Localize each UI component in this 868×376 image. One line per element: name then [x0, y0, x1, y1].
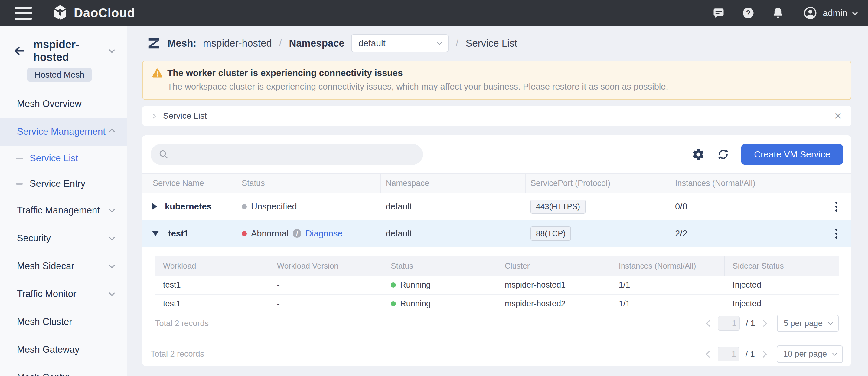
- notifications-icon[interactable]: [771, 6, 784, 20]
- chevron-right-icon[interactable]: [151, 114, 156, 118]
- sidebar-nav: Mesh Overview Service Management Service…: [0, 90, 127, 376]
- sidebar-item-service-list[interactable]: Service List: [0, 146, 127, 171]
- sidebar-item-mesh-config[interactable]: Mesh Config: [0, 364, 127, 376]
- column-cluster: Cluster: [497, 256, 611, 276]
- status-text: Running: [400, 299, 431, 309]
- chevron-up-icon: [109, 129, 115, 135]
- port-tag: 88(TCP): [530, 227, 571, 241]
- breadcrumb-separator: /: [279, 38, 282, 49]
- service-name[interactable]: kubernetes: [165, 202, 212, 212]
- column-namespace: Namespace: [381, 174, 526, 193]
- sidebar-item-traffic-management[interactable]: Traffic Management: [0, 197, 127, 224]
- service-table-header: Service Name Status Namespace ServicePor…: [142, 173, 851, 193]
- mesh-name[interactable]: mspider-hosted: [33, 38, 110, 64]
- status-text: Running: [400, 280, 431, 290]
- chevron-down-icon: [828, 320, 833, 325]
- more-actions-icon[interactable]: [834, 227, 839, 240]
- search-input[interactable]: [151, 144, 423, 165]
- menu-icon[interactable]: [14, 7, 32, 20]
- help-icon[interactable]: ?: [742, 6, 755, 20]
- workload-row: test1 - Running mspider-hosted2 1/1 Inje…: [155, 295, 839, 313]
- workload-pagination: Total 2 records 1 / 1 5 per page: [155, 313, 839, 333]
- chevron-down-icon: [832, 351, 837, 356]
- mesh-type-badge: Hosted Mesh: [27, 68, 92, 82]
- warning-alert: The worker cluster is experiencing conne…: [142, 61, 851, 100]
- page-input[interactable]: 1: [718, 347, 740, 361]
- warning-icon: [152, 67, 163, 79]
- create-vm-service-button[interactable]: Create VM Service: [741, 144, 843, 165]
- refresh-icon[interactable]: [716, 148, 730, 161]
- instances-value: 1/1: [619, 299, 630, 309]
- chevron-down-icon: [852, 9, 858, 15]
- cluster-name: mspider-hosted1: [505, 280, 565, 290]
- status-dot-running: [391, 301, 396, 307]
- breadcrumb: Mesh: mspider-hosted / Namespace default…: [142, 26, 851, 61]
- column-workload: Workload: [155, 256, 269, 276]
- column-actions: [822, 174, 851, 193]
- total-records: Total 2 records: [155, 319, 209, 328]
- namespace-select-value: default: [359, 38, 385, 49]
- breadcrumb-mesh-label: Mesh:: [167, 37, 196, 49]
- diagnose-link[interactable]: Diagnose: [306, 229, 343, 238]
- sidebar-item-traffic-monitor[interactable]: Traffic Monitor: [0, 280, 127, 308]
- prev-page-icon[interactable]: [706, 320, 713, 327]
- dash-icon: [16, 183, 23, 185]
- topbar: DaoCloud ? admin: [0, 0, 868, 26]
- sidebar-item-mesh-cluster[interactable]: Mesh Cluster: [0, 308, 127, 336]
- service-name[interactable]: test1: [168, 229, 189, 238]
- dash-icon: [16, 158, 23, 159]
- more-actions-icon[interactable]: [834, 200, 839, 213]
- info-icon[interactable]: i: [293, 229, 301, 238]
- sidebar-item-mesh-overview[interactable]: Mesh Overview: [0, 90, 127, 118]
- sidecar-status: Injected: [733, 280, 761, 290]
- brand-logo[interactable]: DaoCloud: [52, 5, 135, 21]
- sidebar-item-security[interactable]: Security: [0, 224, 127, 252]
- status-dot-unspecified: [242, 204, 247, 209]
- chevron-down-icon: [109, 206, 115, 212]
- port-tag: 443(HTTPS): [530, 200, 586, 214]
- table-row-test1: test1 AbnormaliDiagnose default 88(TCP) …: [142, 220, 851, 247]
- chevron-down-icon: [109, 234, 115, 240]
- instances-value: 1/1: [619, 280, 630, 290]
- collapse-icon[interactable]: [152, 231, 159, 236]
- page-size-select[interactable]: 10 per page: [777, 345, 843, 363]
- sidebar-item-service-management[interactable]: Service Management: [0, 118, 127, 146]
- chevron-down-icon: [109, 290, 115, 296]
- alert-title: The worker cluster is experiencing conne…: [167, 68, 403, 78]
- expand-icon[interactable]: [152, 203, 157, 210]
- column-status: Status: [237, 174, 381, 193]
- sidebar-item-mesh-sidecar[interactable]: Mesh Sidecar: [0, 252, 127, 280]
- next-page-icon[interactable]: [760, 320, 767, 327]
- page-count: / 1: [746, 318, 755, 328]
- column-sidecar-status: Sidecar Status: [725, 256, 839, 276]
- sidebar-item-service-entry[interactable]: Service Entry: [0, 171, 127, 197]
- workload-table-header: Workload Workload Version Status Cluster…: [155, 256, 839, 276]
- alert-description: The workspace cluster is experiencing co…: [167, 82, 842, 92]
- arrow-left-icon: [12, 44, 25, 58]
- breadcrumb-page: Service List: [466, 37, 518, 49]
- next-page-icon[interactable]: [760, 351, 767, 357]
- settings-icon[interactable]: [692, 148, 705, 161]
- expanded-workloads: Workload Workload Version Status Cluster…: [142, 247, 851, 342]
- messages-icon[interactable]: [712, 6, 725, 20]
- page-size-select[interactable]: 5 per page: [777, 315, 839, 332]
- status-text: Abnormal: [251, 229, 288, 238]
- prev-page-icon[interactable]: [706, 351, 713, 357]
- close-icon[interactable]: ×: [834, 111, 842, 121]
- page-size-value: 10 per page: [783, 349, 827, 359]
- breadcrumb-separator: /: [456, 38, 459, 49]
- table-toolbar: Create VM Service: [142, 135, 851, 173]
- panel-title: Service List: [163, 111, 207, 121]
- chevron-down-icon: [109, 262, 115, 268]
- namespace-value: default: [385, 202, 412, 212]
- user-menu[interactable]: admin: [803, 6, 857, 20]
- search-icon: [158, 149, 169, 160]
- status-dot-abnormal: [242, 231, 247, 236]
- workload-version: -: [277, 299, 280, 309]
- back-button[interactable]: [12, 44, 25, 58]
- column-status: Status: [383, 256, 497, 276]
- sidebar-item-mesh-gateway[interactable]: Mesh Gateway: [0, 336, 127, 364]
- chevron-down-icon[interactable]: [109, 47, 115, 53]
- namespace-select[interactable]: default: [351, 34, 448, 52]
- page-input[interactable]: 1: [718, 316, 740, 330]
